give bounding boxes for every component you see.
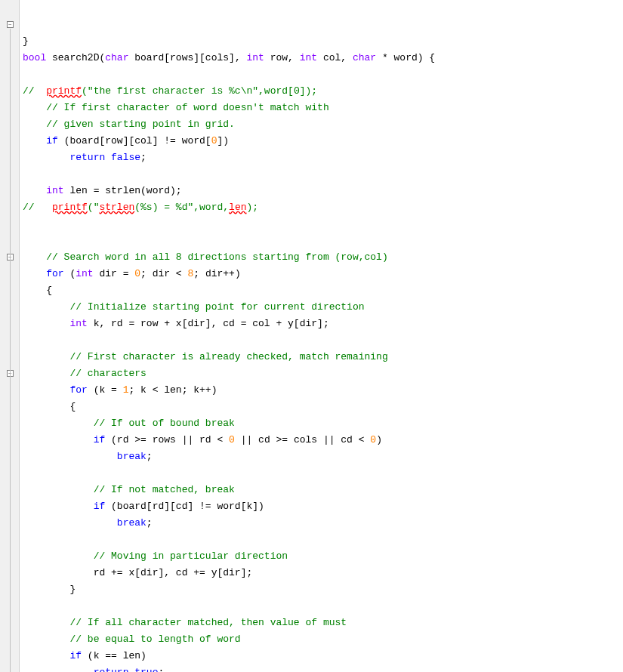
token-cm: // If first character of word doesn't ma… bbox=[46, 102, 328, 113]
code-line[interactable]: int len = strlen(word); bbox=[23, 183, 620, 199]
token-op: } bbox=[23, 35, 29, 47]
token-type: int bbox=[300, 52, 317, 63]
token-cm: // First character is already checked, m… bbox=[69, 351, 387, 362]
code-line[interactable]: for (int dir = 0; dir < 8; dir++) bbox=[23, 266, 620, 282]
token-op: ; dir < bbox=[140, 268, 187, 279]
code-line[interactable]: // given starting point in grid. bbox=[23, 116, 620, 133]
code-line[interactable] bbox=[23, 532, 620, 548]
code-line[interactable] bbox=[23, 465, 620, 482]
token-op: dir = bbox=[94, 268, 135, 279]
token-type: int bbox=[246, 52, 264, 63]
token-cm: // Moving in particular direction bbox=[94, 550, 288, 562]
token-type: char bbox=[353, 52, 376, 63]
fold-toggle-icon[interactable] bbox=[7, 21, 14, 28]
token-op: ; k < len; k++) bbox=[128, 384, 217, 396]
token-op: ) bbox=[376, 434, 382, 445]
code-line[interactable]: break; bbox=[23, 449, 620, 465]
token-op: || cd >= cols || cd < bbox=[235, 434, 370, 445]
code-line[interactable]: // characters bbox=[23, 365, 620, 382]
code-line[interactable] bbox=[23, 66, 620, 83]
code-line[interactable]: // First character is already checked, m… bbox=[23, 349, 620, 365]
token-sq: printf bbox=[46, 85, 82, 97]
code-line[interactable]: return true; bbox=[23, 664, 620, 672]
code-line[interactable] bbox=[23, 598, 620, 615]
code-line[interactable]: rd += x[dir], cd += y[dir]; bbox=[23, 565, 620, 581]
token-op: ; bbox=[146, 451, 153, 462]
code-line[interactable] bbox=[23, 166, 620, 183]
code-line[interactable]: // Initialize starting point for current… bbox=[23, 299, 620, 316]
code-line[interactable]: if (board[row][col] != word[0]) bbox=[23, 133, 620, 150]
token-cm: // bbox=[23, 85, 46, 97]
token-cm: // If out of bound break bbox=[94, 418, 235, 429]
token-cm: // Initialize starting point for current… bbox=[69, 301, 364, 313]
token-type: int bbox=[76, 268, 93, 279]
code-line[interactable]: // printf("the first character is %c\n",… bbox=[23, 83, 620, 100]
token-cm: (%s) = %d",word, bbox=[134, 202, 229, 213]
token-num: 0 bbox=[134, 268, 140, 279]
token-num: 0 bbox=[370, 434, 376, 445]
code-line[interactable]: { bbox=[23, 399, 620, 415]
token-cm: (" bbox=[88, 202, 100, 213]
token-sq: printf bbox=[52, 202, 88, 213]
token-type: bool bbox=[23, 52, 46, 63]
code-line[interactable]: // If out of bound break bbox=[23, 415, 620, 432]
token-op: row, bbox=[264, 52, 300, 63]
code-line[interactable]: } bbox=[23, 33, 620, 50]
code-line[interactable]: // If all character matched, then value … bbox=[23, 615, 620, 631]
token-op: k, rd = row + x[dir], cd = col + y[dir]; bbox=[88, 318, 329, 329]
token-kw: break bbox=[117, 517, 146, 529]
token-op: ( bbox=[64, 268, 76, 279]
token-kw: false bbox=[111, 152, 140, 163]
token-kw: break bbox=[117, 451, 146, 462]
token-cm: // characters bbox=[69, 368, 146, 379]
token-type: int bbox=[46, 185, 63, 196]
code-line[interactable]: if (k == len) bbox=[23, 648, 620, 664]
token-cm: // Search word in all 8 directions start… bbox=[46, 251, 387, 263]
code-line[interactable]: if (board[rd][cd] != word[k]) bbox=[23, 498, 620, 515]
code-line[interactable]: // Moving in particular direction bbox=[23, 548, 620, 565]
code-line[interactable]: bool search2D(char board[rows][cols], in… bbox=[23, 50, 620, 66]
code-editor[interactable]: }bool search2D(char board[rows][cols], i… bbox=[20, 0, 623, 672]
token-cm: // be equal to length of word bbox=[69, 633, 240, 645]
code-line[interactable] bbox=[23, 332, 620, 349]
code-line[interactable] bbox=[23, 233, 620, 249]
token-kw: if bbox=[94, 501, 106, 512]
token-op: ; bbox=[146, 517, 153, 529]
code-line[interactable]: // printf("strlen(%s) = %d",word,len); bbox=[23, 199, 620, 216]
token-cm: // If all character matched, then value … bbox=[69, 617, 347, 628]
fold-guide-line bbox=[10, 29, 11, 672]
code-line[interactable]: } bbox=[23, 581, 620, 598]
code-line[interactable] bbox=[23, 216, 620, 233]
code-line[interactable]: // Search word in all 8 directions start… bbox=[23, 249, 620, 266]
code-line[interactable]: // If not matched, break bbox=[23, 482, 620, 498]
code-line[interactable]: return false; bbox=[23, 150, 620, 166]
token-kw: for bbox=[69, 384, 87, 396]
code-line[interactable]: int k, rd = row + x[dir], cd = col + y[d… bbox=[23, 316, 620, 332]
code-line[interactable]: { bbox=[23, 282, 620, 299]
code-line[interactable]: break; bbox=[23, 515, 620, 532]
token-op: ; dir++) bbox=[193, 268, 240, 279]
token-kw: for bbox=[46, 268, 63, 279]
code-line[interactable]: if (rd >= rows || rd < 0 || cd >= cols |… bbox=[23, 432, 620, 449]
token-op: (board[row][col] != word[ bbox=[58, 135, 211, 146]
token-op: (k = bbox=[88, 384, 123, 396]
token-type: char bbox=[105, 52, 128, 63]
code-line[interactable]: // be equal to length of word bbox=[23, 631, 620, 648]
token-op: { bbox=[46, 285, 52, 296]
fold-gutter bbox=[0, 0, 20, 672]
token-op: search2D( bbox=[46, 52, 105, 63]
token-kw: if bbox=[94, 434, 106, 445]
token-num: 0 bbox=[229, 434, 235, 445]
token-op: rd += x[dir], cd += y[dir]; bbox=[94, 567, 253, 578]
token-op: (rd >= rows || rd < bbox=[105, 434, 229, 445]
token-kw: if bbox=[46, 135, 58, 146]
token-op: * word) { bbox=[376, 52, 435, 63]
token-cm: ); bbox=[246, 202, 258, 213]
token-type: int bbox=[69, 318, 87, 329]
token-op: (k == len) bbox=[82, 650, 146, 661]
token-kw: return bbox=[94, 667, 129, 672]
token-op: { bbox=[69, 401, 76, 412]
code-line[interactable]: // If first character of word doesn't ma… bbox=[23, 100, 620, 116]
code-line[interactable]: for (k = 1; k < len; k++) bbox=[23, 382, 620, 399]
token-op: ; bbox=[140, 152, 146, 163]
